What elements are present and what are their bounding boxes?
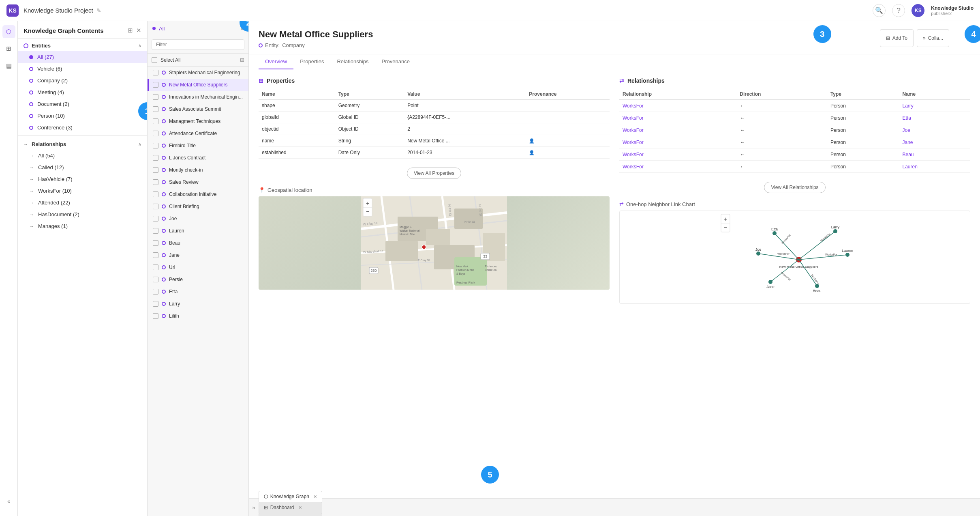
list-item-checkbox-12[interactable] [153, 216, 158, 221]
edit-title-icon[interactable]: ✎ [96, 7, 101, 14]
expand-bottom-btn[interactable]: » [252, 504, 255, 511]
tab-overview[interactable]: Overview [259, 54, 293, 69]
panel-expand-icon[interactable]: ⊞ [128, 27, 133, 34]
list-item-checkbox-19[interactable] [153, 301, 158, 307]
list-item-checkbox-18[interactable] [153, 289, 158, 295]
list-item-0[interactable]: Staplers Mechanical Engineering [148, 67, 248, 79]
list-item-checkbox-15[interactable] [153, 252, 158, 258]
rel-name-link-1[interactable]: Etta [903, 115, 911, 121]
rel-item-1[interactable]: →Called (12) [18, 161, 147, 173]
list-item-checkbox-11[interactable] [153, 204, 158, 209]
entity-item-3[interactable]: Meeting (4) [18, 86, 147, 98]
list-item-11[interactable]: Client Briefing [148, 200, 248, 213]
add-to-button[interactable]: ⊞ Add To [880, 29, 914, 47]
tab-provenance[interactable]: Provenance [375, 54, 416, 69]
list-item-checkbox-20[interactable] [153, 313, 158, 319]
list-item-5[interactable]: Attendance Certificate [148, 127, 248, 140]
list-item-15[interactable]: Jane [148, 249, 248, 261]
rel-link-2[interactable]: WorksFor [623, 127, 644, 133]
list-item-checkbox-0[interactable] [153, 70, 158, 75]
bottom-tab-2[interactable]: {}Query✕ [259, 513, 322, 516]
graph-container[interactable]: + − New Metal Office Suppliers E [619, 211, 970, 304]
entity-item-6[interactable]: Conference (3) [18, 122, 147, 133]
rel-name-link-3[interactable]: Jane [903, 140, 913, 145]
bottom-tab-0[interactable]: ⬡Knowledge Graph✕ [259, 491, 322, 502]
list-item-checkbox-10[interactable] [153, 191, 158, 197]
sidebar-icon-table[interactable]: ▤ [2, 59, 15, 72]
list-item-17[interactable]: Persie [148, 273, 248, 286]
list-item-18[interactable]: Etta [148, 286, 248, 298]
list-item-16[interactable]: Uri [148, 261, 248, 273]
rel-link-3[interactable]: WorksFor [623, 140, 644, 145]
list-item-4[interactable]: Managment Techniques [148, 115, 248, 127]
rel-item-2[interactable]: →HasVehicle (7) [18, 173, 147, 185]
collapse-button[interactable]: » Colla... [917, 29, 949, 47]
rel-item-4[interactable]: →Attended (22) [18, 197, 147, 209]
rel-name-link-4[interactable]: Beau [903, 152, 914, 157]
middle-collapse-btn[interactable]: » [240, 25, 244, 32]
list-item-checkbox-8[interactable] [153, 167, 158, 173]
list-item-19[interactable]: Larry [148, 298, 248, 310]
map-container[interactable]: Maggie L. Walker National Historic Site … [259, 196, 610, 290]
list-item-6[interactable]: Firebird Title [148, 140, 248, 152]
bottom-tab-close-0[interactable]: ✕ [313, 494, 317, 499]
sidebar-collapse-btn[interactable]: « [2, 495, 15, 508]
rel-link-1[interactable]: WorksFor [623, 115, 644, 121]
list-item-20[interactable]: Lilith [148, 310, 248, 322]
list-item-checkbox-6[interactable] [153, 143, 158, 148]
list-item-checkbox-1[interactable] [153, 82, 158, 88]
list-item-12[interactable]: Joe [148, 213, 248, 225]
rel-item-0[interactable]: →All (54) [18, 150, 147, 161]
list-item-checkbox-14[interactable] [153, 240, 158, 246]
list-item-14[interactable]: Beau [148, 237, 248, 249]
list-item-checkbox-7[interactable] [153, 155, 158, 161]
list-item-checkbox-17[interactable] [153, 277, 158, 282]
select-all-action-icon[interactable]: ⊞ [240, 57, 244, 63]
rel-item-3[interactable]: →WorksFor (10) [18, 185, 147, 197]
list-item-checkbox-5[interactable] [153, 131, 158, 136]
sidebar-icon-graph[interactable]: ⬡ [2, 25, 15, 38]
list-item-7[interactable]: L Jones Contract [148, 152, 248, 164]
rel-name-link-0[interactable]: Larry [903, 103, 914, 109]
rel-item-5[interactable]: →HasDocument (2) [18, 209, 147, 220]
list-item-1[interactable]: New Metal Office Suppliers [148, 79, 248, 91]
filter-input[interactable] [152, 39, 244, 50]
rel-name-link-2[interactable]: Joe [903, 127, 910, 133]
rel-item-6[interactable]: →Manages (1) [18, 220, 147, 232]
view-all-properties-btn[interactable]: View All Properties [407, 168, 461, 179]
entity-item-1[interactable]: Vehicle (6) [18, 63, 147, 75]
help-button[interactable]: ? [892, 4, 905, 17]
list-item-checkbox-4[interactable] [153, 118, 158, 124]
sidebar-icon-layers[interactable]: ⊞ [2, 42, 15, 55]
svg-text:Etta: Etta [771, 227, 778, 231]
list-item-9[interactable]: Sales Review [148, 176, 248, 188]
list-item-8[interactable]: Montly check-in [148, 164, 248, 176]
list-item-10[interactable]: Collaboration initiative [148, 188, 248, 200]
rel-link-0[interactable]: WorksFor [623, 103, 644, 109]
list-item-13[interactable]: Lauren [148, 225, 248, 237]
bottom-tab-close-1[interactable]: ✕ [298, 505, 302, 510]
relationships-chevron[interactable]: ∧ [138, 142, 141, 147]
view-all-relationships-btn[interactable]: View All Relationships [764, 182, 825, 193]
rel-name-link-5[interactable]: Lauren [903, 164, 918, 170]
rel-link-4[interactable]: WorksFor [623, 152, 644, 157]
entity-item-5[interactable]: Person (10) [18, 110, 147, 122]
panel-close-icon[interactable]: ✕ [136, 27, 141, 34]
tab-properties[interactable]: Properties [293, 54, 330, 69]
list-item-checkbox-9[interactable] [153, 179, 158, 185]
bottom-tab-1[interactable]: ⊞Dashboard✕ [259, 502, 322, 513]
list-item-3[interactable]: Sales Associate Summit [148, 103, 248, 115]
search-button[interactable]: 🔍 [873, 4, 886, 17]
entity-item-2[interactable]: Company (2) [18, 75, 147, 86]
entity-item-0[interactable]: All (27) [18, 51, 147, 63]
tab-relationships[interactable]: Relationships [330, 54, 375, 69]
list-item-checkbox-2[interactable] [153, 94, 158, 100]
entities-chevron[interactable]: ∧ [138, 43, 141, 48]
list-item-checkbox-16[interactable] [153, 264, 158, 270]
list-item-2[interactable]: Innovations in Mechanical Engin... [148, 91, 248, 103]
list-item-checkbox-13[interactable] [153, 228, 158, 234]
select-all-checkbox[interactable] [152, 57, 157, 63]
entity-item-4[interactable]: Document (2) [18, 98, 147, 110]
rel-link-5[interactable]: WorksFor [623, 164, 644, 170]
list-item-checkbox-3[interactable] [153, 106, 158, 112]
